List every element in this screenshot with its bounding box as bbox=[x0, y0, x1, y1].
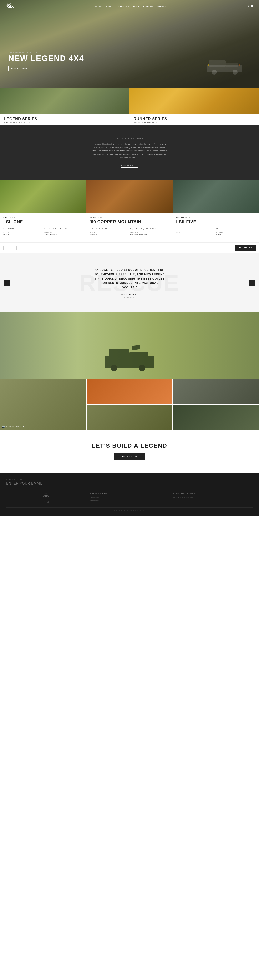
build-1-engine-block: ENGINE 6.2L LS 420HP bbox=[3, 226, 43, 230]
footer-submit-arrow[interactable]: → bbox=[54, 483, 57, 487]
story-link[interactable]: OUR STORY bbox=[121, 165, 138, 167]
facebook-icon[interactable]: ■ bbox=[251, 5, 253, 8]
hero-title: NEW LEGEND 4X4 bbox=[8, 54, 84, 62]
build-1-engine-label: ENGINE bbox=[3, 226, 43, 228]
lifestyle-grid-4 bbox=[87, 405, 172, 430]
all-builds-button[interactable]: ALL BUILDS bbox=[235, 245, 256, 251]
footer-fb-link[interactable]: □ Facebook bbox=[90, 499, 98, 501]
story-body: When you think about it, most cars on th… bbox=[92, 143, 167, 159]
builds-next-button[interactable]: → bbox=[11, 246, 17, 250]
build-2-color-block: COLOR Original Patina Copper / Paint - 1… bbox=[130, 226, 169, 230]
build-3-gearbox-label: GEARBOX bbox=[216, 232, 256, 233]
footer: STAY UP TO DATE → ○ □ JOIN THE JOURNEY ○… bbox=[0, 473, 259, 515]
footer-email-input[interactable] bbox=[6, 482, 52, 487]
nav-item-story[interactable]: STORY bbox=[106, 4, 114, 8]
build-1-status: SOLD bbox=[12, 217, 17, 218]
build-2-gearbox-block: GEARBOX 4 Speed Hydra-Automatic bbox=[130, 232, 169, 235]
footer-bottom: THE CONTENT MAY ONLY BE USED. bbox=[6, 508, 253, 511]
cta-section: LET'S BUILD A LEGEND DROP US A LINE bbox=[0, 430, 259, 473]
svg-point-13 bbox=[111, 364, 117, 371]
build-3-badge: $165,000 SOLD → bbox=[176, 216, 256, 219]
build-1-name: LSII-ONE bbox=[3, 220, 83, 224]
build-1-gearbox-label: GEARBOX bbox=[44, 232, 83, 233]
build-1-badge: $165,000 SOLD → bbox=[3, 216, 83, 219]
builds-images bbox=[0, 180, 259, 213]
quote-prev-button[interactable]: ← bbox=[4, 280, 10, 286]
legend-series-card[interactable]: LEGEND SERIES COMPLETE SPEC BUILDS bbox=[0, 88, 130, 125]
footer-columns: ○ □ JOIN THE JOURNEY ○ Instagram □ Faceb… bbox=[6, 493, 253, 503]
svg-rect-5 bbox=[226, 62, 238, 67]
svg-rect-8 bbox=[208, 64, 208, 66]
build-2-color-label: COLOR bbox=[130, 226, 169, 228]
quote-source-role: Staff Post bbox=[8, 296, 251, 298]
footer-ig-link[interactable]: ○ Instagram bbox=[90, 496, 99, 498]
lifestyle-grid-5 bbox=[173, 405, 259, 430]
builds-prev-button[interactable]: ← bbox=[3, 246, 9, 250]
build-2-style-val: Scout 800 bbox=[90, 234, 129, 235]
build-3-color-block: COLOR Mayen bbox=[216, 226, 256, 230]
build-3-details: ENGINE COLOR Mayen STYLE GEARBOX 6 Spee.… bbox=[176, 226, 256, 235]
play-video-button[interactable]: PLAY VIDEO bbox=[8, 66, 30, 71]
quote-source-name: GEAR PATROL bbox=[8, 294, 251, 296]
svg-rect-9 bbox=[239, 64, 240, 66]
builds-section: $165,000 SOLD → LSII-ONE ENGINE 6.2L LS … bbox=[0, 180, 259, 253]
build-3-engine-label: ENGINE bbox=[176, 226, 215, 228]
footer-col-join-title: 4 JOIN NEW LEGEND 4X4 bbox=[174, 493, 253, 494]
nav-item-process[interactable]: PROCESS bbox=[118, 4, 129, 8]
cta-button[interactable]: DROP US A LINE bbox=[114, 453, 145, 460]
hero-truck-image bbox=[205, 56, 246, 75]
footer-facebook-icon[interactable]: □ bbox=[47, 500, 49, 503]
quote-next-button[interactable]: → bbox=[249, 280, 255, 286]
build-2-engine-block: ENGINE Modern Gen III 2.5 L 150hp bbox=[90, 226, 129, 230]
footer-social-icons: ○ □ bbox=[43, 500, 49, 503]
build-3-color-val: Mayen bbox=[216, 228, 256, 230]
runner-series-sub: CLASSIC RESTO-MODS bbox=[134, 122, 255, 123]
footer-email-section: STAY UP TO DATE → bbox=[6, 479, 253, 487]
builds-pagination: ← → bbox=[3, 246, 17, 250]
series-section: LEGEND SERIES COMPLETE SPEC BUILDS RUNNE… bbox=[0, 88, 259, 125]
svg-rect-11 bbox=[109, 349, 130, 358]
footer-col-journey-title: JOIN THE JOURNEY bbox=[90, 493, 169, 494]
build-2-badge: $64,000 SOLD → bbox=[90, 216, 169, 219]
story-eyebrow: TELL A BETTER STORY bbox=[8, 138, 251, 139]
build-2-gearbox-val: 4 Speed Hydra-Automatic bbox=[130, 234, 169, 235]
lifestyle-grid-1: @NEWLEGEND4X4 bbox=[0, 379, 86, 430]
build-1-price: $165,000 bbox=[3, 217, 11, 218]
build-3-arrow: → bbox=[191, 216, 194, 219]
cta-title: LET'S BUILD A LEGEND bbox=[8, 442, 251, 449]
svg-point-6 bbox=[212, 70, 217, 75]
nav-item-contact[interactable]: CONTACT bbox=[157, 4, 168, 8]
svg-rect-15 bbox=[131, 345, 141, 350]
build-3-gearbox-val: 6 Spee... bbox=[216, 234, 256, 235]
build-2-price: $64,000 bbox=[90, 217, 96, 218]
hero-eyebrow: TRUE LEGENDS NEVER DIE bbox=[8, 51, 84, 53]
build-3-gearbox-block: GEARBOX 6 Spee... bbox=[216, 232, 256, 235]
build-2-details: ENGINE Modern Gen III 2.5 L 150hp COLOR … bbox=[90, 226, 169, 235]
nav-item-builds[interactable]: BUILDS bbox=[94, 4, 103, 8]
footer-col-join: 4 JOIN NEW LEGEND 4X4 MONTHS OF SCOUTING bbox=[174, 493, 253, 503]
nav-item-team[interactable]: TEAM bbox=[133, 4, 140, 8]
build-card-3: $165,000 SOLD → LSII-FIVE ENGINE COLOR M… bbox=[173, 213, 259, 239]
instagram-icon[interactable]: ● bbox=[247, 5, 249, 8]
build-card-2: $64,000 SOLD → '69 COPPER MOUNTAIN ENGIN… bbox=[87, 213, 173, 239]
build-2-gearbox-label: GEARBOX bbox=[130, 232, 169, 233]
build-3-color-label: COLOR bbox=[216, 226, 256, 228]
runner-series-card[interactable]: RUNNER SERIES CLASSIC RESTO-MODS bbox=[130, 88, 259, 125]
footer-instagram-icon[interactable]: ○ bbox=[43, 500, 45, 503]
instagram-badge[interactable]: @NEWLEGEND4X4 bbox=[2, 426, 24, 428]
logo[interactable] bbox=[6, 3, 14, 9]
build-2-style-label: STYLE bbox=[90, 232, 129, 233]
build-2-arrow: → bbox=[104, 216, 106, 219]
svg-point-7 bbox=[232, 70, 238, 75]
build-2-style-block: STYLE Scout 800 bbox=[90, 232, 129, 235]
hero-section: TRUE LEGENDS NEVER DIE NEW LEGEND 4X4 PL… bbox=[0, 0, 259, 88]
build-1-gearbox-block: GEARBOX 6 Speed Automatic bbox=[44, 232, 83, 235]
builds-cards: $165,000 SOLD → LSII-ONE ENGINE 6.2L LS … bbox=[0, 213, 259, 243]
lifestyle-grid-3 bbox=[173, 379, 259, 404]
nav-item-legend[interactable]: LEGEND bbox=[143, 4, 153, 8]
footer-col-logo: ○ □ bbox=[6, 493, 85, 503]
footer-col-journey-social: ○ Instagram □ Facebook bbox=[90, 496, 169, 502]
build-1-color-block: COLOR Faded Green & Creme Brown Tail bbox=[44, 226, 83, 230]
footer-col-join-text: MONTHS OF SCOUTING bbox=[174, 496, 253, 499]
lifestyle-grid-2 bbox=[87, 379, 172, 404]
